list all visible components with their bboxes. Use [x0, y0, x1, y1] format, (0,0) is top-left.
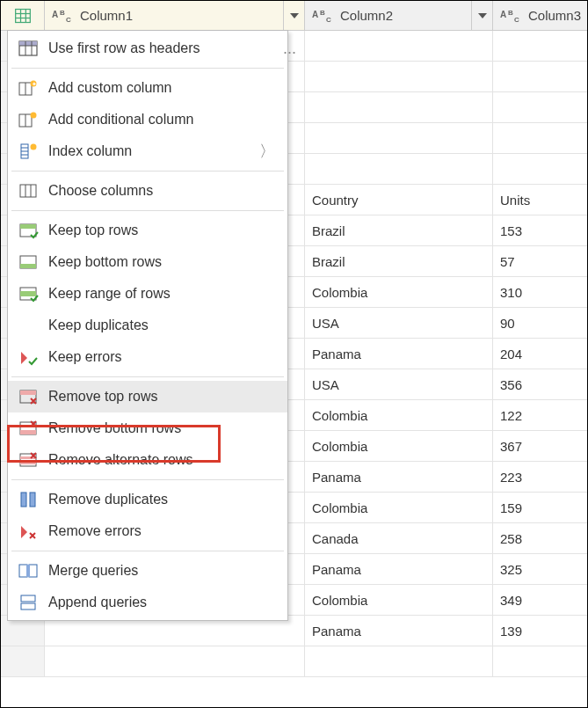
cell-col3[interactable]: 367	[493, 431, 588, 461]
svg-text:A: A	[312, 10, 318, 19]
menu-remove-top-rows[interactable]: Remove top rows	[8, 381, 287, 412]
table-row[interactable]	[1, 646, 588, 677]
abc-type-icon: ABC	[310, 6, 337, 26]
cell-col2[interactable]: Colombia	[305, 493, 493, 522]
abc-type-icon: ABC	[498, 6, 525, 26]
svg-text:B: B	[320, 9, 325, 17]
svg-text:A: A	[500, 10, 506, 19]
chevron-right-icon: 〉	[259, 141, 275, 162]
cell-col2[interactable]: Brazil	[305, 215, 493, 245]
svg-rect-47	[21, 493, 26, 507]
merge-queries-icon	[15, 560, 41, 581]
cell-col2[interactable]: Canada	[305, 523, 493, 553]
cell-col2[interactable]: Country	[305, 185, 493, 215]
svg-text:A: A	[52, 10, 58, 19]
column-header-label: Column3	[528, 8, 581, 23]
menu-keep-bottom-rows[interactable]: Keep bottom rows	[8, 246, 287, 278]
cell-col2[interactable]	[305, 62, 493, 91]
cell-col3[interactable]: 349	[493, 585, 588, 615]
menu-remove-errors[interactable]: Remove errors	[8, 515, 287, 547]
svg-rect-52	[21, 595, 35, 602]
chevron-down-icon	[478, 13, 487, 18]
menu-append-queries[interactable]: Append queries	[8, 587, 287, 618]
svg-text:B: B	[508, 9, 513, 17]
cell-col3[interactable]	[493, 62, 588, 91]
cell-col1[interactable]	[45, 646, 305, 676]
cell-col2[interactable]: USA	[305, 308, 493, 338]
cell-col3[interactable]: 356	[493, 369, 588, 399]
cell-col2[interactable]: Colombia	[305, 585, 493, 615]
cell-col2[interactable]	[305, 154, 493, 184]
cell-col3[interactable]: 122	[493, 400, 588, 430]
cell-col3[interactable]: 258	[493, 523, 588, 553]
keep-range-icon	[15, 283, 41, 304]
menu-add-conditional-column[interactable]: Add conditional column	[8, 104, 287, 135]
cell-col2[interactable]: Colombia	[305, 400, 493, 430]
menu-remove-duplicates[interactable]: Remove duplicates	[8, 484, 287, 515]
menu-remove-bottom-rows[interactable]: Remove bottom rows	[8, 412, 287, 444]
cell-col3[interactable]	[493, 123, 588, 153]
table-context-menu: Use first row as headers ... ✦ Add custo…	[7, 30, 288, 621]
menu-label: Remove top rows	[48, 389, 158, 405]
cell-col3[interactable]	[493, 92, 588, 122]
cell-col3[interactable]: Units	[493, 185, 588, 215]
cell-col3[interactable]: 139	[493, 616, 588, 646]
cell-col2[interactable]: Panama	[305, 339, 493, 369]
menu-label: Choose columns	[48, 183, 153, 199]
menu-label: Keep range of rows	[48, 286, 171, 302]
cell-col2[interactable]: Panama	[305, 462, 493, 492]
menu-label: Merge queries	[48, 563, 138, 579]
table-menu-cell[interactable]	[1, 1, 45, 30]
cell-col3[interactable]: 325	[493, 554, 588, 584]
index-column-icon	[15, 141, 41, 162]
column-header-1[interactable]: ABC Column1	[45, 1, 305, 30]
column-header-3[interactable]: ABC Column3	[493, 1, 588, 30]
cell-col3[interactable]: 204	[493, 339, 588, 369]
keep-errors-icon	[15, 347, 41, 368]
menu-separator	[11, 210, 284, 211]
menu-keep-errors[interactable]: Keep errors	[8, 341, 287, 373]
menu-index-column[interactable]: Index column 〉	[8, 135, 287, 167]
menu-keep-duplicates[interactable]: Keep duplicates	[8, 310, 287, 341]
cell-col2[interactable]	[305, 31, 493, 61]
cell-col2[interactable]: Brazil	[305, 246, 493, 276]
menu-remove-alternate-rows[interactable]: Remove alternate rows	[8, 444, 287, 476]
choose-columns-icon	[15, 180, 41, 201]
column-dropdown-button[interactable]	[283, 1, 304, 30]
column-header-2[interactable]: ABC Column2	[305, 1, 493, 30]
cell-col3[interactable]: 223	[493, 462, 588, 492]
menu-use-first-row-as-headers[interactable]: Use first row as headers ...	[8, 33, 287, 64]
cell-col2[interactable]: USA	[305, 369, 493, 399]
cell-col3[interactable]	[493, 646, 588, 676]
cell-col2[interactable]	[305, 646, 493, 676]
remove-bottom-icon	[15, 418, 41, 439]
menu-separator	[11, 376, 284, 377]
cell-col3[interactable]: 159	[493, 493, 588, 522]
conditional-column-icon	[15, 109, 41, 130]
menu-keep-range-of-rows[interactable]: Keep range of rows	[8, 278, 287, 310]
cell-col2[interactable]: Panama	[305, 554, 493, 584]
cell-col3[interactable]: 90	[493, 308, 588, 338]
menu-label: Remove alternate rows	[48, 452, 193, 468]
svg-rect-31	[20, 185, 36, 197]
cell-col2[interactable]	[305, 92, 493, 122]
cell-col3[interactable]	[493, 154, 588, 184]
svg-text:C: C	[326, 16, 331, 24]
menu-choose-columns[interactable]: Choose columns	[8, 175, 287, 207]
cell-col3[interactable]: 310	[493, 277, 588, 307]
menu-merge-queries[interactable]: Merge queries	[8, 555, 287, 587]
cell-col3[interactable]: 57	[493, 246, 588, 276]
cell-col2[interactable]: Colombia	[305, 431, 493, 461]
svg-rect-51	[26, 565, 30, 577]
column-dropdown-button[interactable]	[471, 1, 492, 30]
cell-col2[interactable]: Colombia	[305, 277, 493, 307]
svg-rect-49	[19, 565, 27, 577]
cell-col2[interactable]: Panama	[305, 616, 493, 646]
menu-add-custom-column[interactable]: ✦ Add custom column	[8, 72, 287, 104]
cell-col3[interactable]	[493, 31, 588, 61]
menu-keep-top-rows[interactable]: Keep top rows	[8, 215, 287, 246]
svg-rect-39	[20, 291, 36, 296]
cell-col3[interactable]: 153	[493, 215, 588, 245]
remove-top-icon	[15, 386, 41, 407]
cell-col2[interactable]	[305, 123, 493, 153]
